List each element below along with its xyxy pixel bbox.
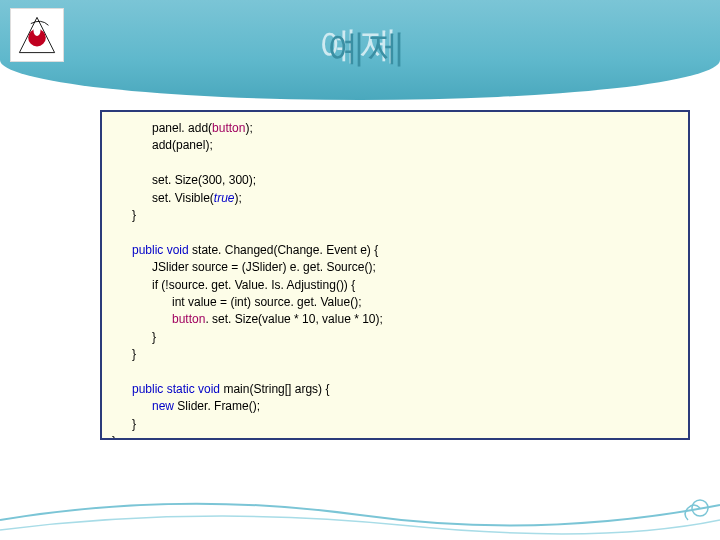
footer-swirl: [0, 480, 720, 540]
title-front: 예제: [8, 23, 720, 74]
code-line: }: [112, 417, 136, 431]
code-line: add(panel);: [112, 138, 213, 152]
code-token-keyword: true: [214, 191, 235, 205]
code-block: panel. add(button); add(panel); set. Siz…: [100, 110, 690, 440]
code-line: );: [235, 191, 242, 205]
code-line: main(String[] args) {: [223, 382, 329, 396]
svg-point-2: [692, 500, 708, 516]
code-line: );: [245, 121, 252, 135]
code-line: set. Size(300, 300);: [112, 173, 256, 187]
code-line: . set. Size(value * 10, value * 10);: [205, 312, 382, 326]
code-line: }: [112, 330, 156, 344]
code-token-field: button: [172, 312, 205, 326]
code-line: state. Changed(Change. Event e) {: [192, 243, 378, 257]
code-token-keyword: public void: [112, 243, 192, 257]
code-line: }: [112, 434, 116, 440]
code-line: panel. add(: [112, 121, 212, 135]
code-line: if (!source. get. Value. Is. Adjusting()…: [112, 278, 355, 292]
code-line: set. Visible(: [112, 191, 214, 205]
code-line: [112, 312, 172, 326]
code-line: }: [112, 347, 136, 361]
code-line: }: [112, 208, 136, 222]
code-line: JSlider source = (JSlider) e. get. Sourc…: [112, 260, 376, 274]
code-token-keyword: public static void: [112, 382, 223, 396]
code-token-field: button: [212, 121, 245, 135]
code-token-keyword: new: [112, 399, 177, 413]
code-line: int value = (int) source. get. Value();: [112, 295, 362, 309]
code-line: Slider. Frame();: [177, 399, 260, 413]
